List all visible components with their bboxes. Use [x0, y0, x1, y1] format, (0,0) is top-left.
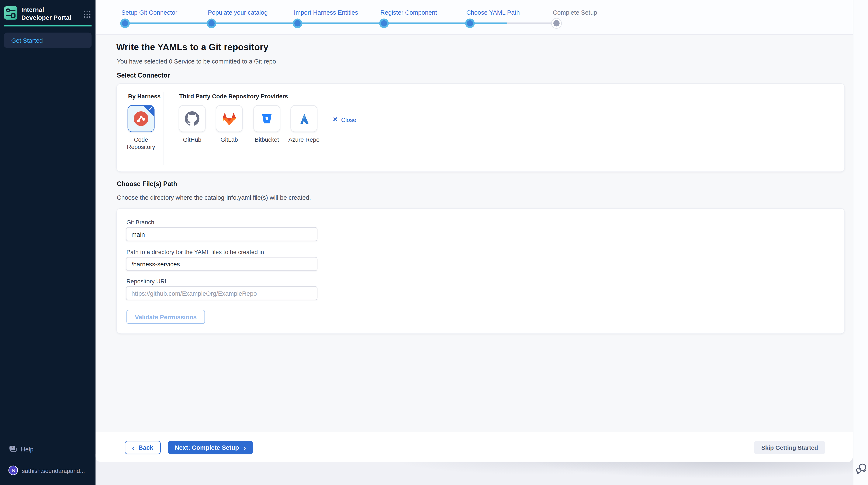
step-dot-3[interactable]: [294, 20, 300, 26]
svg-text:?: ?: [11, 446, 13, 450]
third-party-label: Third Party Code Repository Providers: [179, 93, 288, 99]
user-name: sathish.soundarapand...: [22, 467, 85, 474]
page-title: Write the YAMLs to a Git repository: [116, 42, 269, 52]
yaml-directory-input[interactable]: [126, 257, 317, 271]
chat-support-icon[interactable]: [855, 463, 867, 475]
close-providers-button[interactable]: ✕ Close: [333, 116, 356, 123]
scrollbar-gutter: [853, 0, 868, 485]
connector-card-label: Code Repository: [121, 136, 161, 150]
git-branch-label: Git Branch: [126, 219, 154, 226]
step-import-harness-entities[interactable]: Import Harness Entities: [294, 9, 358, 16]
page-subtitle: You have selected 0 Service to be commit…: [117, 58, 276, 65]
azure-icon: [297, 112, 311, 125]
select-connector-heading: Select Connector: [117, 72, 170, 79]
avatar-initial: S: [11, 467, 15, 473]
user-menu[interactable]: S sathish.soundarapand...: [8, 465, 85, 475]
bitbucket-icon: [260, 112, 274, 125]
connector-panel: By Harness Third Party Code Repository P…: [116, 83, 845, 172]
connector-card-label: Bitbucket: [255, 136, 279, 143]
sidebar-item-get-started[interactable]: Get Started: [4, 33, 92, 48]
step-choose-yaml-path[interactable]: Choose YAML Path: [466, 9, 520, 16]
yaml-directory-label: Path to a directory for the YAML files t…: [126, 249, 264, 255]
step-populate-your-catalog[interactable]: Populate your catalog: [208, 9, 268, 16]
connector-card-label: GitLab: [221, 136, 238, 143]
step-dot-5[interactable]: [467, 20, 473, 26]
sidebar: Internal Developer Portal Get Started ? …: [0, 0, 95, 485]
connector-group-divider: [163, 91, 164, 165]
repository-url-input[interactable]: [126, 286, 317, 300]
connector-card-azure-repo-col: Azure Repo: [290, 105, 317, 132]
connector-card-github[interactable]: [179, 105, 206, 132]
avatar: S: [8, 465, 18, 475]
next-label: Next: Complete Setup: [175, 444, 239, 451]
harness-idp-logo-icon: [4, 6, 18, 20]
choose-file-path-heading: Choose File(s) Path: [117, 180, 177, 188]
connector-card-gitlab[interactable]: [216, 105, 243, 132]
connector-card-gitlab-col: GitLab: [216, 105, 243, 132]
connector-card-bitbucket[interactable]: [253, 105, 280, 132]
app-switcher-icon[interactable]: [84, 11, 90, 18]
repository-url-label: Repository URL: [126, 278, 168, 284]
step-register-component[interactable]: Register Component: [380, 9, 437, 16]
sidebar-accent-divider: [4, 25, 92, 26]
app-title: Internal Developer Portal: [22, 6, 74, 22]
help-button[interactable]: ? Help: [9, 445, 33, 453]
connector-card-label: GitHub: [183, 136, 202, 143]
git-branch-input[interactable]: [126, 227, 317, 241]
next-complete-setup-button[interactable]: Next: Complete Setup ›: [168, 441, 253, 454]
skip-getting-started-button[interactable]: Skip Getting Started: [754, 441, 825, 454]
connector-card-github-col: GitHub: [179, 105, 206, 132]
connector-card-label: Azure Repo: [288, 136, 319, 143]
help-chat-icon: ?: [9, 445, 17, 453]
wizard-stepper-bar: Setup Git Connector Populate your catalo…: [95, 0, 853, 35]
step-dot-4[interactable]: [381, 20, 387, 26]
file-path-panel: Git Branch Path to a directory for the Y…: [116, 208, 845, 334]
back-label: Back: [138, 444, 153, 451]
by-harness-label: By Harness: [128, 93, 160, 99]
step-dot-6[interactable]: [553, 20, 559, 26]
help-label: Help: [21, 446, 34, 452]
connector-card-bitbucket-col: Bitbucket: [253, 105, 280, 132]
sidebar-header: Internal Developer Portal: [4, 6, 74, 22]
connector-card-code-repository-col: ✓ Code Repository: [128, 105, 155, 132]
footer-bar: ‹ Back Next: Complete Setup › Skip Getti…: [95, 432, 853, 462]
stepper-track-progress: [125, 23, 507, 24]
check-icon: ✓: [148, 106, 153, 112]
connector-card-azure-repo[interactable]: [290, 105, 317, 132]
chevron-right-icon: ›: [244, 444, 246, 451]
back-button[interactable]: ‹ Back: [125, 441, 160, 454]
app-window: Internal Developer Portal Get Started ? …: [0, 0, 868, 485]
choose-file-path-description: Choose the directory where the catalog-i…: [117, 194, 311, 201]
step-complete-setup[interactable]: Complete Setup: [553, 9, 597, 16]
step-setup-git-connector[interactable]: Setup Git Connector: [121, 9, 178, 16]
github-icon: [185, 111, 199, 126]
main-content: Write the YAMLs to a Git repository You …: [95, 35, 853, 432]
get-started-label: Get Started: [11, 37, 43, 44]
close-icon: ✕: [333, 116, 338, 123]
step-dot-2[interactable]: [208, 20, 214, 26]
chevron-left-icon: ‹: [132, 444, 134, 451]
gitlab-icon: [221, 112, 237, 125]
connector-card-code-repository[interactable]: ✓: [128, 105, 155, 132]
validate-permissions-button[interactable]: Validate Permissions: [126, 310, 205, 324]
step-dot-1[interactable]: [122, 20, 128, 26]
close-label: Close: [341, 116, 356, 123]
